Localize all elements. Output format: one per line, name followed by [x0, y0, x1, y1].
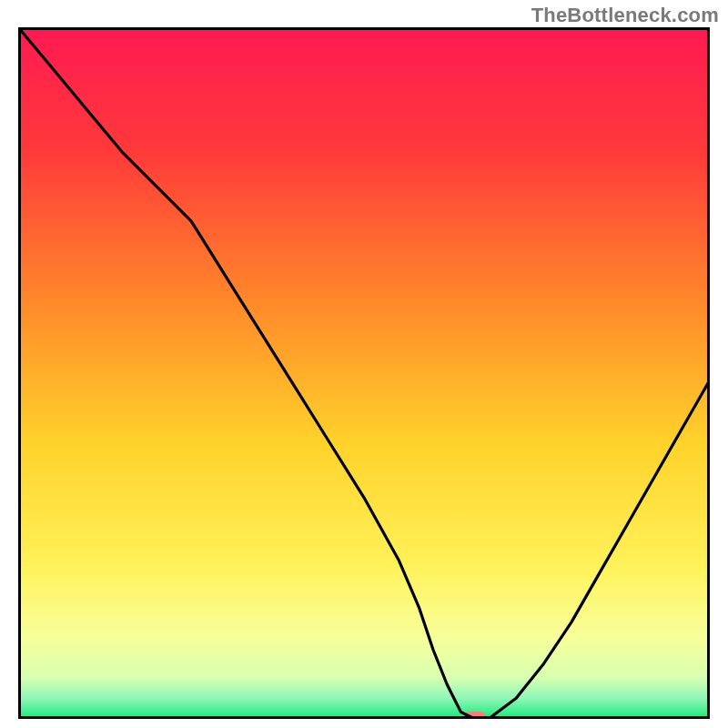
- plot-area: [18, 27, 710, 719]
- gradient-background: [18, 27, 710, 719]
- watermark-text: TheBottleneck.com: [531, 4, 719, 27]
- chart-container: TheBottleneck.com: [0, 0, 728, 728]
- chart-svg: [18, 27, 710, 719]
